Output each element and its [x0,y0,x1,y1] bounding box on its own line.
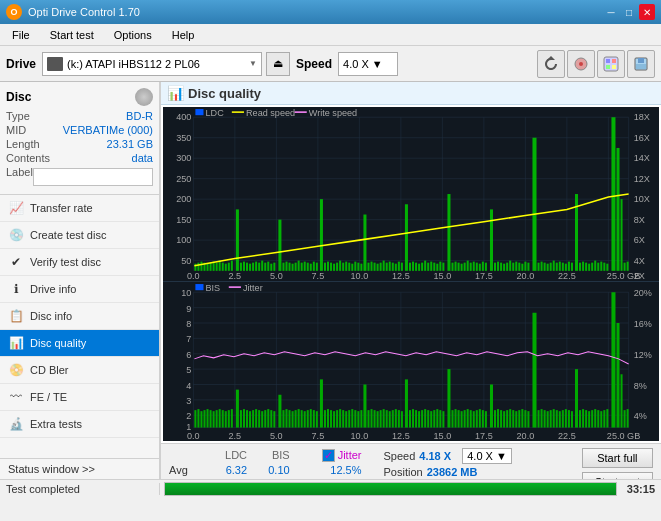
disc-label-input[interactable] [33,168,153,186]
svg-rect-147 [565,264,567,271]
maximize-button[interactable]: □ [621,4,637,20]
start-part-button[interactable]: Start part [582,472,653,479]
drive-value: (k:) ATAPI iHBS112 2 PL06 [67,58,200,70]
verify-test-disc-icon: ✔ [8,254,24,270]
nav-disc-quality[interactable]: 📊 Disc quality [0,330,159,357]
svg-text:15.0: 15.0 [434,271,452,281]
svg-rect-61 [289,263,291,271]
svg-rect-240 [249,411,251,427]
status-window-btn[interactable]: Status window >> [0,458,159,479]
svg-text:18X: 18X [634,112,650,122]
disc-mid-val: VERBATIMe (000) [63,124,153,136]
svg-rect-164 [624,263,626,271]
menu-file[interactable]: File [4,27,38,43]
drive-dropdown[interactable]: (k:) ATAPI iHBS112 2 PL06 ▼ [42,52,262,76]
speed-dropdown[interactable]: 4.0 X ▼ [338,52,398,76]
nav-verify-test-disc[interactable]: ✔ Verify test disc [0,249,159,276]
speed-select[interactable]: 4.0 X ▼ [462,448,512,464]
close-button[interactable]: ✕ [639,4,655,20]
minimize-button[interactable]: ─ [603,4,619,20]
chart-header: 📊 Disc quality [161,82,661,105]
status-text: Test completed [0,483,160,495]
speed-row: Speed 4.18 X 4.0 X ▼ [384,448,512,464]
svg-rect-300 [439,410,441,427]
start-full-button[interactable]: Start full [582,448,653,468]
save-icon-btn[interactable] [627,50,655,78]
menu-options[interactable]: Options [106,27,160,43]
svg-rect-254 [295,410,297,427]
svg-rect-343 [582,409,584,427]
svg-rect-89 [377,264,379,271]
svg-rect-355 [624,410,626,427]
nav-disc-info-label: Disc info [30,310,72,322]
svg-rect-241 [252,410,254,427]
svg-rect-316 [494,410,496,427]
svg-text:5: 5 [186,365,191,375]
svg-rect-332 [547,411,549,427]
nav-drive-info[interactable]: ℹ Drive info [0,276,159,303]
nav-disc-info[interactable]: 📋 Disc info [0,303,159,330]
svg-rect-90 [380,263,382,271]
svg-rect-266 [333,411,335,427]
nav-extra-tests-label: Extra tests [30,418,82,430]
disc-contents-val: data [132,152,153,164]
avg-ldc: 6.32 [198,463,253,477]
nav-transfer-rate-label: Transfer rate [30,202,93,214]
nav-fe-te[interactable]: 〰 FE / TE [0,384,159,411]
svg-rect-356 [627,409,629,427]
nav-create-test-disc[interactable]: 💿 Create test disc [0,222,159,249]
create-test-disc-icon: 💿 [8,227,24,243]
svg-rect-4 [606,59,610,63]
svg-rect-10 [636,64,646,69]
svg-rect-50 [252,263,254,271]
svg-rect-261 [316,411,318,427]
menu-help[interactable]: Help [164,27,203,43]
svg-rect-299 [436,409,438,427]
chart-icon: 📊 [167,85,184,101]
max-ldc: 332 [198,477,253,479]
svg-rect-55 [267,262,269,271]
svg-rect-129 [506,263,508,271]
svg-text:8%: 8% [634,381,647,391]
max-label: Max [169,477,198,479]
menu-start-test[interactable]: Start test [42,27,102,43]
svg-rect-97 [401,263,403,271]
position-key: Position [384,466,423,478]
bottom-chart-wrapper: 10 9 8 7 6 5 4 3 2 1 20% 16% [163,281,659,441]
svg-rect-275 [360,410,362,427]
speed-label: Speed [296,57,332,71]
refresh-icon-btn[interactable] [537,50,565,78]
eject-button[interactable]: ⏏ [266,52,290,76]
status-window-label: Status window >> [8,463,95,475]
svg-rect-328 [532,313,536,428]
svg-rect-259 [310,409,312,427]
svg-rect-350 [603,410,605,427]
disc-info-panel: Disc Type BD-R MID VERBATIMe (000) Lengt… [0,82,159,195]
svg-text:Read speed: Read speed [246,108,295,118]
nav-extra-tests[interactable]: 🔬 Extra tests [0,411,159,438]
svg-rect-65 [301,263,303,271]
top-chart: 400 350 300 250 200 150 100 50 18X 16X 1… [163,107,659,281]
svg-rect-336 [559,411,561,427]
svg-rect-68 [310,264,312,271]
color1-icon-btn[interactable] [567,50,595,78]
nav-transfer-rate[interactable]: 📈 Transfer rate [0,195,159,222]
color2-icon-btn[interactable] [597,50,625,78]
svg-rect-271 [348,410,350,427]
svg-rect-341 [575,369,578,427]
svg-rect-231 [219,409,221,427]
svg-text:10.0: 10.0 [351,271,369,281]
buttons-panel: Start full Start part [582,448,653,479]
svg-text:12%: 12% [634,350,652,360]
svg-rect-224 [197,409,199,427]
avg-bis: 0.10 [253,463,296,477]
svg-rect-101 [415,263,417,271]
nav-cd-bler[interactable]: 📀 CD Bler [0,357,159,384]
svg-rect-255 [298,409,300,427]
svg-rect-342 [579,410,581,427]
svg-text:25.0 GB: 25.0 GB [607,431,640,441]
svg-text:7: 7 [186,335,191,345]
time-display: 33:15 [621,483,661,495]
jitter-checkbox[interactable]: ✓ Jitter [322,449,362,462]
save-icon [633,56,649,72]
